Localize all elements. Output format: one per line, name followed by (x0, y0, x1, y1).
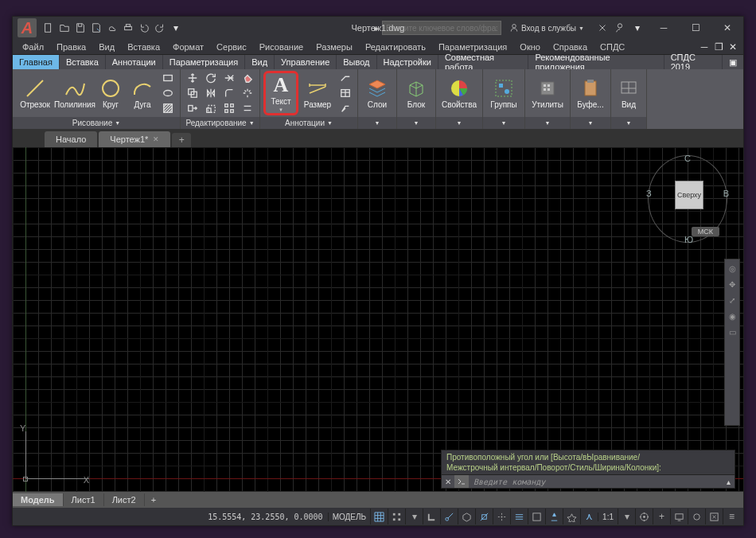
groups-button[interactable]: Группы (486, 71, 521, 115)
status-lwt-icon[interactable] (510, 509, 528, 524)
status-snapmode-icon[interactable] (388, 509, 405, 524)
offset-icon[interactable] (239, 101, 256, 115)
layers-button[interactable]: Слои (361, 71, 393, 115)
nav-wheel-icon[interactable]: ◎ (727, 263, 738, 274)
stretch-icon[interactable] (184, 101, 201, 115)
fillet-icon[interactable] (220, 86, 238, 100)
line-button[interactable]: Отрезок (16, 71, 54, 115)
minimize-button[interactable]: ─ (648, 17, 680, 39)
close-button[interactable]: ✕ (711, 17, 743, 39)
panel-annot-title[interactable]: Аннотации▼ (260, 117, 357, 129)
rtab-home[interactable]: Главная (13, 55, 60, 69)
qat-saveas-icon[interactable] (89, 21, 103, 35)
panel-props-drop[interactable]: ▼ (436, 117, 482, 129)
tab-add-button[interactable]: + (172, 133, 191, 147)
status-dropdown2[interactable]: ▾ (618, 509, 635, 524)
rtab-spds[interactable]: СПДС 2019 (664, 55, 723, 69)
rtab-view[interactable]: Вид (245, 55, 275, 69)
layout-add-button[interactable]: + (145, 495, 162, 505)
panel-clip-drop[interactable]: ▼ (571, 117, 610, 129)
text-button[interactable]: A Текст ▼ (263, 71, 298, 115)
qat-dropdown-icon[interactable]: ▾ (169, 21, 183, 35)
nav-showmotion-icon[interactable]: ▭ (727, 326, 738, 337)
status-ws-icon[interactable] (635, 509, 653, 524)
move-icon[interactable] (184, 71, 201, 85)
menu-help[interactable]: Справка (547, 41, 594, 53)
status-tpy-icon[interactable] (528, 509, 545, 524)
rtab-insert[interactable]: Вставка (60, 55, 106, 69)
trim-icon[interactable] (220, 71, 238, 85)
ribbon-collapse-icon[interactable]: ▣ (723, 55, 743, 69)
qat-cloud-icon[interactable] (105, 21, 119, 35)
status-annovisible-icon[interactable] (563, 509, 580, 524)
signin-button[interactable]: Вход в службы ▼ (505, 23, 589, 33)
layout-sheet1[interactable]: Лист1 (64, 493, 104, 506)
status-annoscale-icon[interactable] (545, 509, 563, 524)
qat-print-icon[interactable] (121, 21, 135, 35)
rtab-output[interactable]: Вывод (337, 55, 376, 69)
ellipse-icon[interactable] (159, 86, 177, 100)
panel-block-drop[interactable]: ▼ (397, 117, 435, 129)
status-isolate-icon[interactable] (688, 509, 705, 524)
status-hardware-icon[interactable] (670, 509, 688, 524)
menu-draw[interactable]: Рисование (253, 41, 310, 53)
status-scale[interactable]: 1:1 (598, 513, 618, 521)
compass-n[interactable]: С (684, 154, 691, 163)
table-icon[interactable] (337, 86, 354, 100)
copy-icon[interactable] (184, 86, 201, 100)
tab-start[interactable]: Начало (45, 131, 97, 147)
block-button[interactable]: Блок (400, 71, 432, 115)
panel-draw-title[interactable]: Рисование▼ (13, 117, 180, 129)
signin-options-icon[interactable] (613, 21, 627, 35)
rtab-collab[interactable]: Совместная работа (438, 55, 529, 69)
rtab-manage[interactable]: Управление (275, 55, 337, 69)
menu-view[interactable]: Вид (92, 41, 121, 53)
status-polar-icon[interactable] (440, 509, 458, 524)
compass-w[interactable]: З (646, 189, 652, 198)
panel-view-drop[interactable]: ▼ (611, 117, 646, 129)
status-osnap-icon[interactable] (475, 509, 493, 524)
menu-window[interactable]: Окно (513, 41, 547, 53)
status-otrack-icon[interactable] (493, 509, 510, 524)
layout-model[interactable]: Модель (13, 493, 64, 506)
maximize-button[interactable]: ☐ (680, 17, 711, 39)
explode-icon[interactable] (239, 86, 256, 100)
rectangle-icon[interactable] (159, 71, 177, 85)
rtab-featured[interactable]: Рекомендованные приложения (528, 55, 664, 69)
layout-sheet2[interactable]: Лист2 (104, 493, 145, 506)
help-dropdown-icon[interactable]: ▾ (630, 21, 645, 35)
cmd-prompt-icon[interactable] (454, 475, 469, 488)
mirror-icon[interactable] (202, 86, 220, 100)
status-cleanscreen-icon[interactable] (705, 509, 723, 524)
exchange-icon[interactable] (595, 21, 610, 35)
status-space[interactable]: МОДЕЛЬ (328, 513, 370, 521)
panel-utils-drop[interactable]: ▼ (525, 117, 570, 129)
menu-edit[interactable]: Правка (50, 41, 92, 53)
qat-open-icon[interactable] (57, 21, 72, 35)
app-menu-button[interactable]: A (18, 18, 37, 37)
array-icon[interactable] (220, 101, 238, 115)
qat-undo-icon[interactable] (137, 21, 151, 35)
status-annoauto-icon[interactable]: ⋏ (580, 509, 598, 524)
properties-button[interactable]: Свойства (439, 71, 479, 115)
qat-save-icon[interactable] (73, 21, 88, 35)
cmd-recent-icon[interactable]: ▴ (722, 478, 735, 486)
scale-icon[interactable] (202, 101, 220, 115)
nav-zoom-icon[interactable]: ⤢ (727, 294, 738, 306)
status-dropdown1[interactable]: ▾ (405, 509, 423, 524)
dimension-button[interactable]: Размер (300, 71, 335, 115)
arc-button[interactable]: Дуга (127, 71, 158, 115)
panel-modify-title[interactable]: Редактирование▼ (181, 117, 259, 129)
status-customize-icon[interactable]: ≡ (723, 509, 740, 524)
drawing-area[interactable]: Y X С Ю В З Сверху МСК ◎ ✥ ⤢ ◉ ▭ Противо… (13, 147, 743, 492)
nav-orbit-icon[interactable]: ◉ (727, 310, 738, 322)
command-input[interactable]: Введите команду (469, 476, 722, 488)
panel-layers-drop[interactable]: ▼ (358, 117, 396, 129)
leader-icon[interactable] (337, 71, 354, 85)
erase-icon[interactable] (239, 71, 256, 85)
tab-drawing1[interactable]: Чертеж1*✕ (99, 131, 170, 147)
menu-spds[interactable]: СПДС (594, 41, 631, 53)
wcs-label[interactable]: МСК (692, 227, 719, 236)
menu-format[interactable]: Формат (166, 41, 210, 53)
circle-button[interactable]: Круг (95, 71, 126, 115)
